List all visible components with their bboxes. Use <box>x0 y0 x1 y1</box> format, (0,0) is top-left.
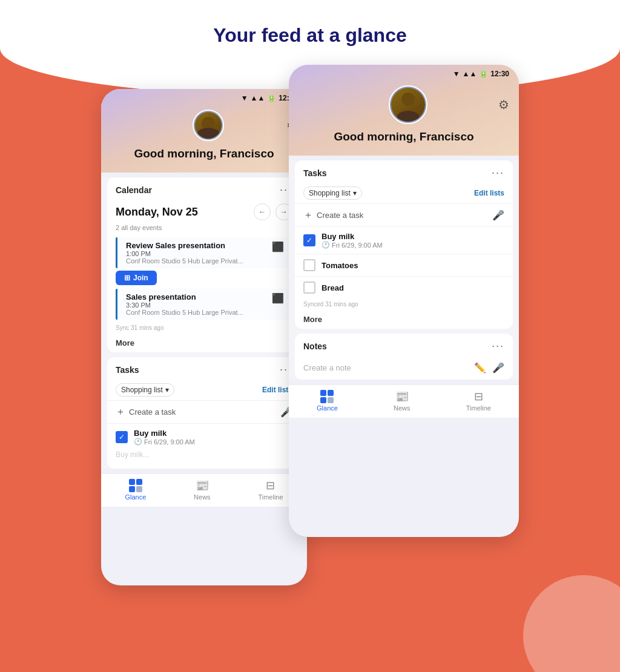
right-grid-br <box>328 397 334 403</box>
right-task-item-1[interactable]: ✓ Buy milk 🕐 Fri 6/29, 9:00 AM <box>295 226 513 254</box>
bottom-blob <box>523 575 620 672</box>
left-task-info-1: Buy milk 🕐 Fri 6/29, 9:00 AM <box>134 429 292 446</box>
right-settings-icon[interactable]: ⚙ <box>498 97 509 112</box>
grid-tr <box>136 479 142 485</box>
right-greeting: Good morning, Francisco <box>289 124 519 143</box>
notes-more-icon[interactable]: ··· <box>492 340 504 352</box>
left-nav-news[interactable]: 📰 News <box>194 479 211 501</box>
left-header-row: ⚙ <box>101 105 307 141</box>
cal-event-1-title: Review Sales presentation <box>126 241 272 250</box>
right-nav-news[interactable]: 📰 News <box>394 390 411 412</box>
right-task-name-1: Buy milk <box>322 232 504 241</box>
left-dropdown-icon: ▾ <box>165 386 169 394</box>
join-button[interactable]: ⊞ Join <box>116 271 157 285</box>
right-nav-timeline[interactable]: ⊟ Timeline <box>466 390 491 412</box>
cal-subtitle: 2 all day events <box>107 224 301 235</box>
cal-event-2[interactable]: Sales presentation 3:30 PM Conf Room Stu… <box>116 289 292 320</box>
right-grid-tr <box>328 390 334 396</box>
left-create-task-label[interactable]: Create a task <box>129 407 176 417</box>
cal-nav: ← → <box>254 203 292 220</box>
right-grid-tl <box>320 390 326 396</box>
right-tasks-title: Tasks <box>303 168 327 178</box>
left-clock-icon: 🕐 <box>134 438 142 446</box>
right-tasks-more-icon[interactable]: ··· <box>492 166 504 179</box>
teams-icon-2: ⬛ <box>272 292 284 316</box>
right-clock-icon: 🕐 <box>322 241 330 249</box>
left-edit-lists-btn[interactable]: Edit lists <box>262 386 292 394</box>
right-phone-header: ▼ ▲▲ 🔋 12:30 ⚙ Good morning, Francisco <box>289 65 519 156</box>
note-mic-icon[interactable]: 🎤 <box>492 362 504 374</box>
left-nav-timeline-label: Timeline <box>258 493 283 501</box>
right-bars-icon: ▲▲ <box>463 70 477 78</box>
left-list-name: Shopping list <box>121 386 163 394</box>
left-task-item-1[interactable]: ✓ Buy milk 🕐 Fri 6/29, 9:00 AM <box>107 423 301 450</box>
right-phone-body: Tasks ··· Shopping list ▾ Edit lists ＋ C… <box>289 160 519 380</box>
right-status-bar: ▼ ▲▲ 🔋 12:30 <box>289 65 519 81</box>
right-nav-news-label: News <box>394 404 411 412</box>
left-bottom-nav: Glance 📰 News ⊟ Timeline <box>101 473 307 507</box>
right-task-due-1: 🕐 Fri 6/29, 9:00 AM <box>322 241 504 249</box>
cal-event-2-info: Sales presentation 3:30 PM Conf Room Stu… <box>126 292 272 316</box>
left-avatar[interactable] <box>193 110 224 141</box>
cal-event-2-time: 3:30 PM <box>126 301 272 309</box>
cal-more-btn[interactable]: More <box>107 334 301 352</box>
right-plus-icon: ＋ <box>303 209 313 222</box>
right-phone: ▼ ▲▲ 🔋 12:30 ⚙ Good morning, Francisco T… <box>289 65 519 537</box>
cal-date-row: Monday, Nov 25 ← → <box>107 200 301 224</box>
right-tasks-card: Tasks ··· Shopping list ▾ Edit lists ＋ C… <box>295 160 513 329</box>
right-nav-glance[interactable]: Glance <box>317 390 338 412</box>
left-phone: ▼ ▲▲ 🔋 12:30 ⚙ Good morning, Francisco C… <box>101 89 307 585</box>
right-grid-bl <box>320 397 326 403</box>
right-create-task-label[interactable]: Create a task <box>317 211 363 220</box>
note-placeholder[interactable]: Create a note <box>303 363 351 372</box>
cal-prev-btn[interactable]: ← <box>254 203 271 220</box>
right-task-checkbox-1[interactable]: ✓ <box>303 234 315 246</box>
right-header-row: ⚙ <box>289 81 519 124</box>
right-tasks-more-btn[interactable]: More <box>295 310 513 329</box>
right-create-task-row: ＋ Create a task 🎤 <box>295 203 513 226</box>
right-nav-glance-label: Glance <box>317 404 338 412</box>
cal-event-2-room: Conf Room Studio 5 Hub Large Privat... <box>126 309 272 316</box>
left-nav-news-label: News <box>194 493 211 501</box>
cal-event-1-room: Conf Room Studio 5 Hub Large Privat... <box>126 257 272 265</box>
left-nav-timeline[interactable]: ⊟ Timeline <box>258 479 283 501</box>
left-nav-glance[interactable]: Glance <box>125 479 146 501</box>
right-tasks-filter: Shopping list ▾ Edit lists <box>295 183 513 203</box>
left-nav-glance-label: Glance <box>125 493 146 501</box>
left-timeline-icon: ⊟ <box>266 479 275 492</box>
cal-date: Monday, Nov 25 <box>116 206 198 219</box>
right-task-item-2[interactable]: Tomatoes <box>295 254 513 276</box>
calendar-card: Calendar ··· Monday, Nov 25 ← → 2 all da… <box>107 177 301 352</box>
bars-icon: ▲▲ <box>251 94 265 102</box>
right-task-item-3[interactable]: Bread <box>295 276 513 298</box>
note-pencil-icon[interactable]: ✏️ <box>474 362 486 374</box>
calendar-card-header: Calendar ··· <box>107 177 301 200</box>
left-tasks-filter: Shopping list ▾ Edit lists <box>107 380 301 400</box>
right-signal-icon: ▼ <box>453 70 460 78</box>
avatar-face <box>195 112 222 139</box>
left-tasks-title: Tasks <box>116 365 139 375</box>
calendar-title: Calendar <box>116 185 152 195</box>
right-shopping-dropdown[interactable]: Shopping list ▾ <box>303 186 362 200</box>
left-task-due-1: 🕐 Fri 6/29, 9:00 AM <box>134 438 292 446</box>
right-task-checkbox-2[interactable] <box>303 259 315 271</box>
notes-title: Notes <box>303 341 327 351</box>
cal-event-1[interactable]: Review Sales presentation 1:00 PM Conf R… <box>116 237 292 268</box>
teams-icon-1: ⬛ <box>272 241 284 265</box>
right-avatar[interactable] <box>389 85 427 124</box>
right-sync-text: Synced 31 mins ago <box>295 298 513 310</box>
right-dropdown-icon: ▾ <box>353 189 357 197</box>
right-avatar-face <box>391 88 425 122</box>
right-create-task-left: ＋ Create a task <box>303 209 363 222</box>
right-mic-icon[interactable]: 🎤 <box>492 209 504 221</box>
notes-card: Notes ··· Create a note ✏️ 🎤 <box>295 334 513 380</box>
right-task-checkbox-3[interactable] <box>303 282 315 294</box>
left-status-bar: ▼ ▲▲ 🔋 12:30 <box>101 89 307 105</box>
phones-container: ▼ ▲▲ 🔋 12:30 ⚙ Good morning, Francisco C… <box>0 65 620 585</box>
left-phone-body: Calendar ··· Monday, Nov 25 ← → 2 all da… <box>101 177 307 469</box>
left-shopping-dropdown[interactable]: Shopping list ▾ <box>116 383 174 397</box>
grid-bl <box>129 486 135 492</box>
left-task-checkbox-1[interactable]: ✓ <box>116 431 128 443</box>
note-icons: ✏️ 🎤 <box>474 362 504 374</box>
right-edit-lists-btn[interactable]: Edit lists <box>474 189 504 197</box>
